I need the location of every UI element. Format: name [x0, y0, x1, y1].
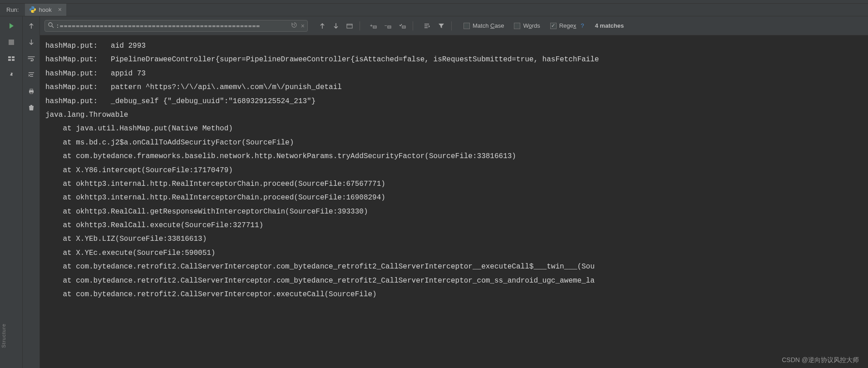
run-button[interactable]	[6, 21, 16, 31]
export-icon[interactable]	[422, 21, 431, 30]
filter-icon[interactable]	[437, 21, 446, 30]
svg-line-9	[52, 26, 54, 28]
up-stack-icon[interactable]	[26, 21, 36, 31]
svg-rect-4	[12, 59, 15, 61]
svg-rect-7	[30, 92, 33, 94]
words-option[interactable]: Words	[514, 22, 540, 29]
console-output[interactable]: hashMap.put: aid 2993 hashMap.put: Pipel…	[40, 35, 868, 368]
svg-rect-6	[30, 89, 33, 90]
match-count: 4 matches	[595, 22, 624, 29]
close-icon[interactable]: ×	[58, 6, 62, 13]
help-icon[interactable]: ?	[581, 22, 584, 29]
next-match-icon[interactable]	[331, 21, 340, 30]
svg-rect-1	[8, 56, 11, 58]
layout-button[interactable]	[6, 54, 16, 64]
new-window-icon[interactable]	[345, 21, 354, 30]
scroll-to-end-icon[interactable]	[26, 70, 36, 80]
soft-wrap-icon[interactable]	[26, 54, 36, 64]
run-label: Run:	[0, 6, 25, 13]
match-case-option[interactable]: Match Case	[464, 22, 504, 29]
clear-all-icon[interactable]	[26, 103, 36, 113]
svg-rect-3	[8, 59, 11, 61]
checkbox-icon[interactable]	[464, 23, 470, 29]
console-action-gutter	[23, 16, 40, 368]
run-action-gutter	[0, 16, 23, 368]
add-selection-icon[interactable]: +	[369, 21, 378, 30]
checkbox-icon[interactable]	[514, 23, 520, 29]
svg-point-8	[49, 23, 52, 26]
run-tool-header: Run: hook ×	[0, 4, 868, 16]
search-toolbar: × + −	[40, 16, 868, 35]
watermark: CSDN @逆向协议风控大师	[782, 356, 859, 364]
python-icon	[30, 6, 36, 13]
print-icon[interactable]	[26, 86, 36, 96]
svg-text:+: +	[370, 23, 373, 28]
history-icon[interactable]	[291, 22, 297, 30]
down-stack-icon[interactable]	[26, 37, 36, 47]
tab-hook[interactable]: hook ×	[25, 4, 66, 16]
checkbox-icon[interactable]	[550, 23, 557, 29]
svg-rect-0	[9, 40, 14, 45]
clear-search-icon[interactable]: ×	[301, 22, 305, 30]
prev-match-icon[interactable]	[318, 21, 327, 30]
search-icon	[48, 22, 54, 30]
svg-rect-10	[347, 24, 352, 28]
svg-rect-2	[12, 56, 15, 58]
search-input[interactable]	[56, 22, 289, 29]
search-box[interactable]: ×	[44, 20, 308, 32]
structure-tab[interactable]: Structure	[0, 322, 7, 350]
regex-option[interactable]: Regex ?	[550, 22, 584, 29]
remove-selection-icon[interactable]: −	[384, 21, 393, 30]
select-all-icon[interactable]	[398, 21, 407, 30]
tab-name: hook	[39, 6, 51, 13]
stop-button[interactable]	[6, 37, 16, 47]
svg-text:−: −	[385, 23, 387, 28]
pin-button[interactable]	[6, 70, 16, 80]
